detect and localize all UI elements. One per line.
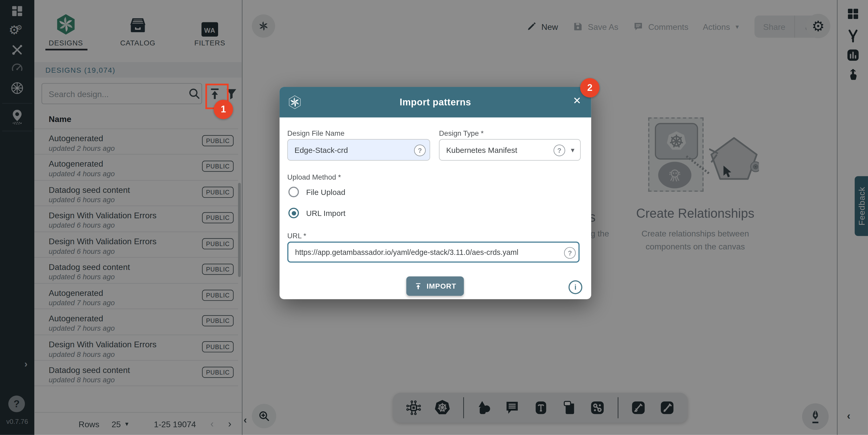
design-file-name-help-icon[interactable]: ? <box>414 145 426 156</box>
url-import-radio[interactable] <box>288 208 299 218</box>
design-type-help-icon[interactable]: ? <box>554 145 565 156</box>
import-button[interactable]: IMPORT <box>406 277 464 296</box>
url-label: URL * <box>287 232 306 240</box>
annotation-step-2-badge: 2 <box>580 78 599 97</box>
annotation-step-1-badge: 1 <box>214 100 233 119</box>
upload-method-label: Upload Method * <box>287 173 341 181</box>
modal-title: Import patterns <box>280 96 591 108</box>
design-type-caret-icon[interactable]: ▼ <box>569 147 576 154</box>
url-input[interactable] <box>287 242 580 263</box>
import-patterns-modal: Import patterns ✕ Design File Name ? Des… <box>280 87 591 299</box>
url-import-radio-label[interactable]: URL Import <box>306 209 345 218</box>
close-icon[interactable]: ✕ <box>573 96 581 106</box>
design-file-name-input[interactable] <box>287 139 430 161</box>
file-upload-radio[interactable] <box>288 186 299 197</box>
upload-icon <box>414 282 422 290</box>
meshery-app: ⚙⚙ › ? v0.7.76 <box>0 0 868 435</box>
info-icon[interactable]: i <box>568 280 582 294</box>
file-upload-radio-label[interactable]: File Upload <box>306 188 345 197</box>
modal-header: Import patterns ✕ <box>280 87 591 117</box>
url-help-icon[interactable]: ? <box>564 247 576 259</box>
design-type-label: Design Type * <box>439 129 484 137</box>
design-file-name-label: Design File Name <box>287 129 345 137</box>
